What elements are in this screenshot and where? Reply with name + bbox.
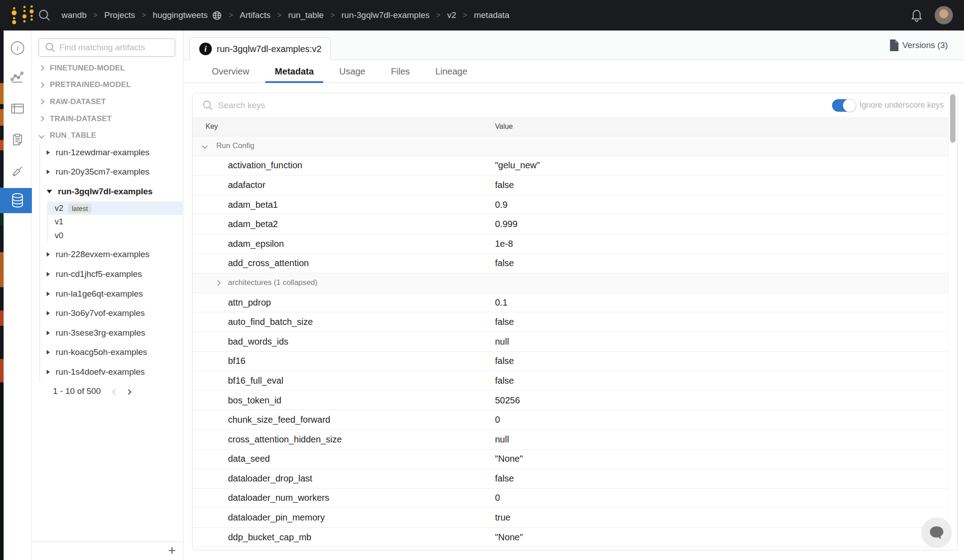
run-item[interactable]: run-228evxem-examples xyxy=(32,245,184,265)
artifact-header-strip: i run-3gqlw7dl-examples:v2 Versions (3) xyxy=(184,31,964,60)
table-header: Key Value xyxy=(193,117,957,136)
run-item[interactable]: run-koacg5oh-examples xyxy=(32,343,184,363)
ignore-underscore-toggle[interactable] xyxy=(832,99,856,112)
rail-item-info[interactable]: i xyxy=(0,35,32,61)
rail-item-sweeps[interactable] xyxy=(0,159,32,184)
wandb-logo[interactable] xyxy=(11,5,36,25)
metadata-row: bos_token_id50256 xyxy=(193,390,957,410)
prev-page-button[interactable] xyxy=(113,386,117,396)
metadata-row: attn_pdrop0.1 xyxy=(193,293,957,312)
metadata-row: data_seed"None" xyxy=(193,449,957,469)
key-column-header: Key xyxy=(193,122,218,131)
tab-files[interactable]: Files xyxy=(381,60,419,83)
artifact-tab-label: run-3gqlw7dl-examples:v2 xyxy=(217,44,321,54)
metadata-row: adam_epsilon1e-8 xyxy=(193,234,957,254)
category-pretrained-model[interactable]: PRETRAINED-MODEL xyxy=(32,77,184,94)
run-item[interactable]: run-20y35cm7-examples xyxy=(32,162,184,182)
metadata-row: auto_find_batch_sizefalse xyxy=(193,312,957,332)
category-run_table[interactable]: RUN_TABLE xyxy=(32,127,184,144)
tab-metadata[interactable]: Metadata xyxy=(265,60,323,83)
add-artifact-button[interactable]: + xyxy=(168,543,176,558)
rail-item-reports[interactable] xyxy=(0,127,32,153)
breadcrumb-item[interactable]: wandb xyxy=(61,10,87,20)
breadcrumb-item[interactable]: huggingtweets xyxy=(153,10,222,21)
breadcrumb-item[interactable]: run-3gqlw7dl-examples xyxy=(342,10,429,20)
search-keys-row: Search keys Ignore underscore keys xyxy=(193,93,957,117)
metadata-row: activation_function"gelu_new" xyxy=(193,156,957,175)
avatar[interactable] xyxy=(934,6,953,25)
breadcrumb-separator: > xyxy=(277,11,281,19)
bell-icon[interactable] xyxy=(909,8,924,23)
next-page-button[interactable] xyxy=(127,386,131,396)
metadata-row: bad_words_idsnull xyxy=(193,332,957,351)
top-navbar: wandb>Projects>huggingtweets>Artifacts>r… xyxy=(0,0,964,31)
metadata-row: bf16_full_evalfalse xyxy=(193,371,957,390)
metadata-table: Run Configactivation_function"gelu_new"a… xyxy=(193,136,957,547)
globe-icon xyxy=(212,10,222,21)
category-raw-dataset[interactable]: RAW-DATASET xyxy=(32,93,184,110)
svg-text:i: i xyxy=(17,44,19,52)
metadata-row: chunk_size_feed_forward0 xyxy=(193,410,957,429)
breadcrumb-item[interactable]: Artifacts xyxy=(240,10,271,20)
run-item[interactable]: run-cd1jhcf5-examples xyxy=(32,264,184,284)
sidebar-search-placeholder: Find matching artifacts xyxy=(59,43,145,52)
metadata-row: adam_beta20.999 xyxy=(193,214,957,234)
scrollbar-thumb[interactable] xyxy=(950,94,955,143)
versions-button[interactable]: Versions (3) xyxy=(889,31,948,60)
version-item-v1[interactable]: v1 xyxy=(48,215,184,229)
latest-badge: latest xyxy=(68,204,92,213)
chat-bubble-button[interactable] xyxy=(921,517,952,548)
run-item[interactable]: run-1zewdmar-examples xyxy=(32,143,184,162)
run-item[interactable]: run-3sese3rg-examples xyxy=(32,323,184,343)
left-icon-rail: i xyxy=(0,31,32,560)
metadata-row: bf16false xyxy=(193,351,957,371)
rail-item-artifacts[interactable] xyxy=(0,188,32,213)
artifact-tabs: OverviewMetadataUsageFilesLineage xyxy=(184,60,964,83)
breadcrumb-separator: > xyxy=(229,11,233,19)
sidebar-search-input[interactable]: Find matching artifacts xyxy=(38,38,175,57)
category-train-dataset[interactable]: TRAIN-DATASET xyxy=(32,110,184,127)
run-item[interactable]: run-3gqlw7dl-examples xyxy=(32,182,184,201)
category-finetuned-model[interactable]: FINETUNED-MODEL xyxy=(32,60,184,77)
metadata-row: dataloader_pin_memorytrue xyxy=(193,508,957,527)
artifacts-sidebar: Find matching artifacts FINETUNED-MODELP… xyxy=(32,31,184,560)
breadcrumb-separator: > xyxy=(142,11,146,19)
version-item-v0[interactable]: v0 xyxy=(48,229,184,243)
tab-usage[interactable]: Usage xyxy=(330,60,375,83)
version-item-v2[interactable]: v2latest xyxy=(48,201,184,215)
breadcrumb-item[interactable]: v2 xyxy=(447,10,456,20)
metadata-row: adam_beta10.9 xyxy=(193,195,957,214)
search-keys-placeholder[interactable]: Search keys xyxy=(218,101,265,110)
table-scrollbar[interactable] xyxy=(948,93,957,547)
screen-edge-strip xyxy=(0,31,4,560)
metadata-row: adafactorfalse xyxy=(193,175,957,195)
tab-lineage[interactable]: Lineage xyxy=(426,60,477,83)
metadata-panel: Search keys Ignore underscore keys Key V… xyxy=(192,93,958,551)
group-row[interactable]: Run Config xyxy=(193,136,957,156)
metadata-row: add_cross_attentionfalse xyxy=(193,254,957,273)
metadata-row: dataloader_num_workers0 xyxy=(193,488,957,508)
artifact-tab[interactable]: i run-3gqlw7dl-examples:v2 xyxy=(189,37,331,60)
pagination-label: 1 - 10 of 500 xyxy=(53,386,101,396)
breadcrumb-item[interactable]: Projects xyxy=(104,10,135,20)
info-icon: i xyxy=(199,43,212,55)
nav-search-icon[interactable] xyxy=(38,9,51,22)
breadcrumb-item[interactable]: metadata xyxy=(474,10,509,20)
rail-item-table[interactable] xyxy=(0,96,32,121)
breadcrumb-item[interactable]: run_table xyxy=(288,10,324,20)
toggle-label: Ignore underscore keys xyxy=(859,101,944,110)
breadcrumb: wandb>Projects>huggingtweets>Artifacts>r… xyxy=(61,0,509,31)
value-column-header: Value xyxy=(495,122,513,131)
tab-overview[interactable]: Overview xyxy=(202,60,259,83)
run-item[interactable]: run-3o6y7vof-examples xyxy=(32,303,184,323)
breadcrumb-separator: > xyxy=(93,11,97,19)
sidebar-footer: + xyxy=(32,542,183,560)
metadata-row: ddp_bucket_cap_mb"None" xyxy=(193,527,957,547)
group-row[interactable]: architectures (1 collapsed) xyxy=(193,273,957,293)
rail-item-charts[interactable] xyxy=(0,65,32,90)
run-item[interactable]: run-1s4doefv-examples xyxy=(32,362,184,382)
breadcrumb-separator: > xyxy=(436,11,440,19)
metadata-row: cross_attention_hidden_sizenull xyxy=(193,429,957,449)
metadata-row: dataloader_drop_lastfalse xyxy=(193,468,957,488)
run-item[interactable]: run-la1ge6qt-examples xyxy=(32,284,184,304)
